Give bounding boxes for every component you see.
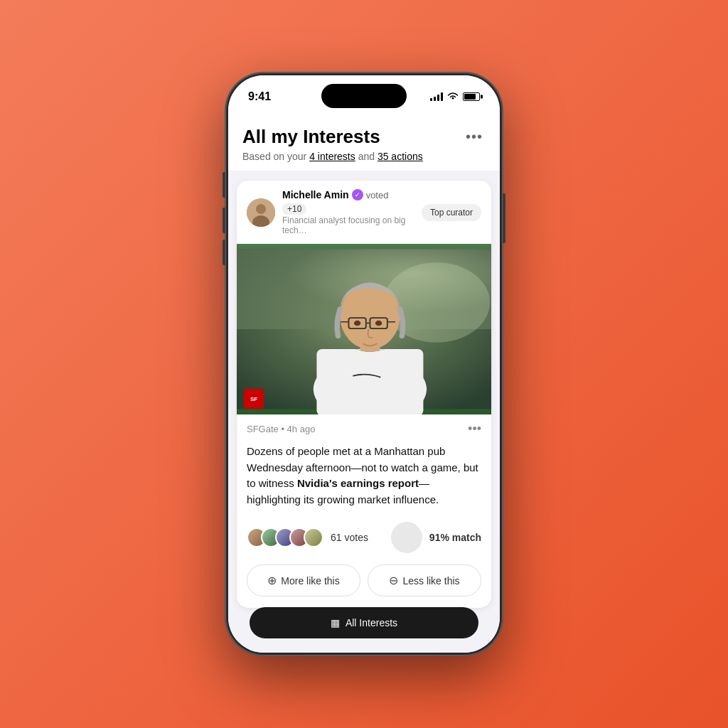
- curator-description: Financial analyst focusing on big tech…: [282, 215, 414, 235]
- action-buttons: ⊕ More like this ⊖ Less like this: [237, 562, 491, 608]
- match-circle: [391, 522, 422, 553]
- subtitle-prefix: Based on your: [242, 151, 309, 162]
- curator-name: Michelle Amin: [282, 189, 349, 200]
- svg-point-1: [256, 204, 266, 214]
- top-curator-badge: Top curator: [422, 204, 481, 221]
- match-percentage: 91% match: [429, 532, 481, 543]
- voter-avatars: [247, 528, 323, 547]
- voted-text: voted: [366, 190, 389, 200]
- more-like-this-label: More like this: [281, 575, 339, 587]
- less-like-this-icon: ⊖: [389, 574, 398, 587]
- phone-screen: 9:41: [228, 75, 500, 653]
- article-more-button[interactable]: •••: [468, 422, 481, 437]
- votes-row: 61 votes 91% match: [237, 516, 491, 562]
- svg-point-15: [354, 321, 360, 326]
- article-meta: SFGate • 4h ago •••: [237, 414, 491, 441]
- status-time: 9:41: [248, 90, 271, 103]
- subtitle-middle: and: [355, 151, 378, 162]
- content-area: All my Interests ••• Based on your 4 int…: [228, 114, 500, 653]
- vote-count-badge: +10: [282, 203, 306, 215]
- voter-avatar: [304, 528, 323, 547]
- article-image: SF: [237, 244, 491, 414]
- more-options-button[interactable]: •••: [463, 125, 486, 148]
- signal-icon: [430, 92, 443, 101]
- more-like-this-icon: ⊕: [267, 574, 277, 587]
- less-like-this-button[interactable]: ⊖ Less like this: [368, 564, 481, 596]
- subtitle: Based on your 4 interests and 35 actions: [242, 151, 486, 162]
- battery-icon: [463, 92, 480, 101]
- article-body: Dozens of people met at a Manhattan pub …: [237, 441, 491, 516]
- bottom-bar-label: All Interests: [346, 617, 397, 628]
- svg-point-16: [375, 321, 382, 326]
- votes-count: 61 votes: [331, 532, 368, 543]
- curator-info: Michelle Amin ✓ voted +10 Financial anal…: [282, 189, 414, 235]
- phone-frame: 9:41: [225, 73, 503, 655]
- curator-row: Michelle Amin ✓ voted +10 Financial anal…: [237, 181, 491, 244]
- actions-link[interactable]: 35 actions: [378, 151, 423, 162]
- status-icons: [430, 92, 480, 102]
- bottom-tab-bar[interactable]: ▦ All Interests: [250, 607, 478, 638]
- interests-link[interactable]: 4 interests: [309, 151, 355, 162]
- less-like-this-label: Less like this: [402, 575, 459, 587]
- page-header: All my Interests ••• Based on your 4 int…: [228, 114, 500, 171]
- verified-badge: ✓: [352, 189, 363, 200]
- bottom-bar-icon: ▦: [331, 617, 340, 628]
- article-source: SFGate • 4h ago: [247, 424, 315, 434]
- more-like-this-button[interactable]: ⊕ More like this: [247, 564, 360, 596]
- svg-point-5: [383, 262, 490, 342]
- wifi-icon: [447, 92, 459, 102]
- avatar: [247, 198, 275, 227]
- article-card: Michelle Amin ✓ voted +10 Financial anal…: [237, 181, 491, 608]
- source-watermark: SF: [244, 389, 264, 409]
- more-dots-icon: •••: [466, 129, 483, 145]
- page-title: All my Interests: [242, 126, 380, 148]
- dynamic-island: [321, 84, 407, 108]
